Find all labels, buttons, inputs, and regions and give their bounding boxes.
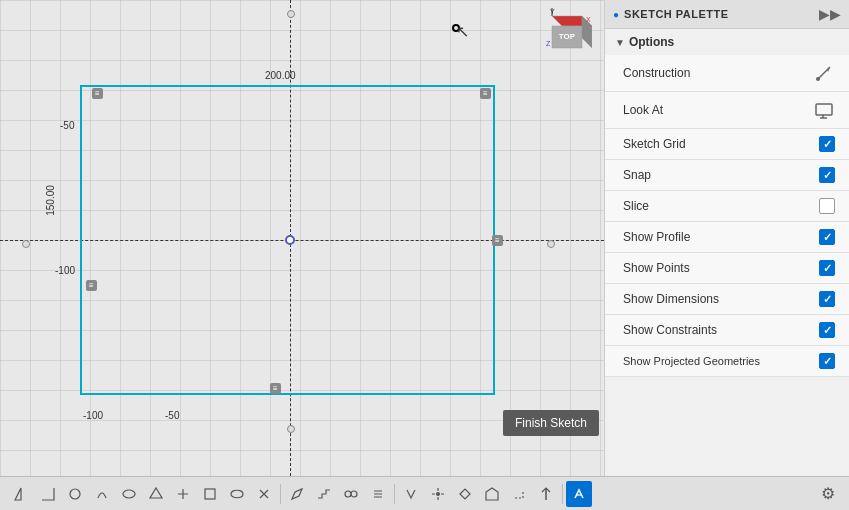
toolbar-tool-5[interactable] bbox=[116, 481, 142, 507]
option-row-show-constraints[interactable]: Show Constraints bbox=[605, 315, 849, 346]
viewport-cube[interactable]: TOP X Y Z bbox=[542, 8, 592, 58]
constraint-bottom: ≡ bbox=[270, 383, 281, 394]
toolbar-tool-1[interactable] bbox=[8, 481, 34, 507]
option-row-sketch-grid[interactable]: Sketch Grid bbox=[605, 129, 849, 160]
toolbar-tool-13[interactable] bbox=[338, 481, 364, 507]
construction-svg-icon bbox=[814, 63, 834, 83]
look-at-svg-icon bbox=[814, 100, 834, 120]
panel-menu-dots[interactable]: ▶▶ bbox=[819, 6, 841, 22]
cube-top-label: TOP bbox=[559, 32, 576, 41]
toolbar-tool-6[interactable] bbox=[143, 481, 169, 507]
options-section-header[interactable]: ▼ Options bbox=[605, 29, 849, 55]
checkbox-show-projected[interactable] bbox=[819, 353, 835, 369]
checkbox-show-dimensions[interactable] bbox=[819, 291, 835, 307]
cube-x-label: X bbox=[586, 16, 591, 23]
finish-sketch-button[interactable]: Finish Sketch bbox=[503, 410, 599, 436]
toolbar-tool-3[interactable] bbox=[62, 481, 88, 507]
toolbar-tool-18[interactable] bbox=[479, 481, 505, 507]
toolbar-sep-2 bbox=[394, 484, 395, 504]
svg-point-10 bbox=[70, 489, 80, 499]
option-row-slice[interactable]: Slice bbox=[605, 191, 849, 222]
panel-header-left: ● SKETCH PALETTE bbox=[613, 8, 729, 20]
svg-marker-12 bbox=[150, 488, 162, 498]
checkbox-show-constraints[interactable] bbox=[819, 322, 835, 338]
toolbar-left bbox=[8, 481, 592, 507]
option-row-look-at[interactable]: Look At bbox=[605, 92, 849, 129]
look-at-icon[interactable] bbox=[813, 99, 835, 121]
svg-point-6 bbox=[816, 77, 820, 81]
toolbar-right: ⚙ bbox=[815, 481, 841, 507]
toolbar-tool-19[interactable] bbox=[506, 481, 532, 507]
svg-point-11 bbox=[123, 490, 135, 498]
bottom-toolbar: ⚙ bbox=[0, 476, 849, 510]
axis-left-point bbox=[22, 240, 30, 248]
checkbox-slice[interactable] bbox=[819, 198, 835, 214]
toolbar-tool-2[interactable] bbox=[35, 481, 61, 507]
option-label-show-points: Show Points bbox=[623, 261, 690, 275]
dimension-neg100: -100 bbox=[55, 265, 75, 276]
option-label-construction: Construction bbox=[623, 66, 690, 80]
option-row-show-projected[interactable]: Show Projected Geometries bbox=[605, 346, 849, 377]
toolbar-tool-15[interactable] bbox=[398, 481, 424, 507]
dimension-150: 150.00 bbox=[45, 185, 56, 216]
svg-point-16 bbox=[436, 492, 440, 496]
dimension-left-50: -50 bbox=[60, 120, 74, 131]
construction-icon[interactable] bbox=[813, 62, 835, 84]
constraint-mid-left: ≡ bbox=[492, 235, 503, 246]
toolbar-tool-17[interactable] bbox=[452, 481, 478, 507]
option-row-show-points[interactable]: Show Points bbox=[605, 253, 849, 284]
toolbar-tool-11[interactable] bbox=[284, 481, 310, 507]
option-label-look-at: Look At bbox=[623, 103, 663, 117]
toolbar-tool-20[interactable] bbox=[533, 481, 559, 507]
svg-point-14 bbox=[345, 491, 351, 497]
option-row-show-profile[interactable]: Show Profile bbox=[605, 222, 849, 253]
toolbar-tool-14[interactable] bbox=[365, 481, 391, 507]
panel-expand-btn[interactable]: ▶▶ bbox=[819, 6, 841, 22]
option-row-show-dimensions[interactable]: Show Dimensions bbox=[605, 284, 849, 315]
toolbar-tool-active[interactable] bbox=[566, 481, 592, 507]
settings-button[interactable]: ⚙ bbox=[815, 481, 841, 507]
cube-y-label: Y bbox=[550, 8, 555, 15]
checkbox-show-profile[interactable] bbox=[819, 229, 835, 245]
axis-right-point bbox=[547, 240, 555, 248]
toolbar-tool-10[interactable] bbox=[251, 481, 277, 507]
toolbar-tool-4[interactable] bbox=[89, 481, 115, 507]
panel-title: SKETCH PALETTE bbox=[624, 8, 729, 20]
options-section-arrow: ▼ bbox=[615, 37, 625, 48]
axis-bottom-point bbox=[287, 425, 295, 433]
constraint-top-right: ≡ bbox=[480, 88, 491, 99]
constraint-top-left: ≡ bbox=[92, 88, 103, 99]
dimension-bottom-50: -50 bbox=[165, 410, 179, 421]
panel-scroll[interactable]: ▼ Options Construction Look At bbox=[605, 29, 849, 476]
toolbar-tool-12[interactable] bbox=[311, 481, 337, 507]
option-label-show-projected: Show Projected Geometries bbox=[623, 355, 760, 367]
cube-z-label: Z bbox=[546, 40, 551, 47]
viewport-cube-container[interactable]: TOP X Y Z bbox=[542, 8, 592, 58]
option-label-sketch-grid: Sketch Grid bbox=[623, 137, 686, 151]
svg-point-15 bbox=[351, 491, 357, 497]
origin-point bbox=[285, 235, 295, 245]
checkbox-snap[interactable] bbox=[819, 167, 835, 183]
axis-top-point bbox=[287, 10, 295, 18]
option-row-construction[interactable]: Construction bbox=[605, 55, 849, 92]
svg-rect-7 bbox=[816, 104, 832, 115]
panel-header: ● SKETCH PALETTE ▶▶ bbox=[605, 0, 849, 29]
option-label-slice: Slice bbox=[623, 199, 649, 213]
toolbar-tool-9[interactable] bbox=[224, 481, 250, 507]
right-panel: ● SKETCH PALETTE ▶▶ ▼ Options Constructi… bbox=[604, 0, 849, 476]
option-row-snap[interactable]: Snap bbox=[605, 160, 849, 191]
svg-rect-13 bbox=[205, 489, 215, 499]
canvas-area[interactable]: 200.00 -50 150.00 -100 -50 -100 ≡ ≡ ≡ ≡ … bbox=[0, 0, 604, 476]
toolbar-sep-1 bbox=[280, 484, 281, 504]
option-label-snap: Snap bbox=[623, 168, 651, 182]
options-section-label: Options bbox=[629, 35, 674, 49]
constraint-left-mid: ≡ bbox=[86, 280, 97, 291]
checkbox-sketch-grid[interactable] bbox=[819, 136, 835, 152]
toolbar-tool-7[interactable] bbox=[170, 481, 196, 507]
panel-status-dot: ● bbox=[613, 9, 619, 20]
toolbar-tool-16[interactable] bbox=[425, 481, 451, 507]
toolbar-sep-3 bbox=[562, 484, 563, 504]
toolbar-tool-8[interactable] bbox=[197, 481, 223, 507]
checkbox-show-points[interactable] bbox=[819, 260, 835, 276]
option-label-show-profile: Show Profile bbox=[623, 230, 690, 244]
